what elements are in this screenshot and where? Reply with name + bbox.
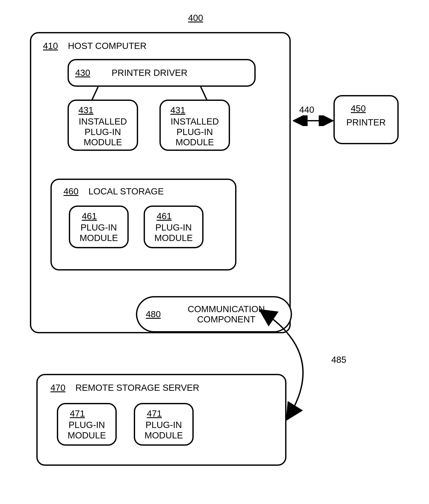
double-arrow-icon <box>293 115 333 126</box>
plugin-module-box: 461 PLUG-IN MODULE <box>69 205 129 248</box>
connector-line <box>200 87 207 101</box>
installed-plugin-module-box: 431 INSTALLED PLUG-IN MODULE <box>68 100 138 151</box>
curved-double-arrow-icon <box>257 299 342 427</box>
driver-label: PRINTER DRIVER <box>112 68 188 78</box>
printer-driver-box: 430 PRINTER DRIVER <box>68 59 256 87</box>
installed-plugin-module-box: 431 INSTALLED PLUG-IN MODULE <box>160 100 230 151</box>
local-storage-label: 460 LOCAL STORAGE <box>63 186 164 196</box>
local-storage-box: 460 LOCAL STORAGE 461 PLUG-IN MODULE 461… <box>50 179 236 271</box>
remote-label: 470 REMOTE STORAGE SERVER <box>50 383 199 393</box>
host-computer-box: 410 HOST COMPUTER 430 PRINTER DRIVER 431… <box>30 32 291 333</box>
arrow-440-label: 440 <box>299 105 314 115</box>
diagram-title: 400 <box>188 13 203 23</box>
plugin-module-box: 461 PLUG-IN MODULE <box>144 205 204 248</box>
host-label: 410 HOST COMPUTER <box>43 41 147 51</box>
remote-storage-server-box: 470 REMOTE STORAGE SERVER 471 PLUG-IN MO… <box>36 374 286 466</box>
arrow-485-label: 485 <box>331 355 346 365</box>
driver-ref: 430 <box>75 68 90 78</box>
connector-line <box>91 87 99 101</box>
comm-ref: 480 <box>146 309 161 319</box>
printer-box: 450 PRINTER <box>333 95 399 144</box>
plugin-module-box: 471 PLUG-IN MODULE <box>134 403 194 446</box>
plugin-module-box: 471 PLUG-IN MODULE <box>57 403 117 446</box>
